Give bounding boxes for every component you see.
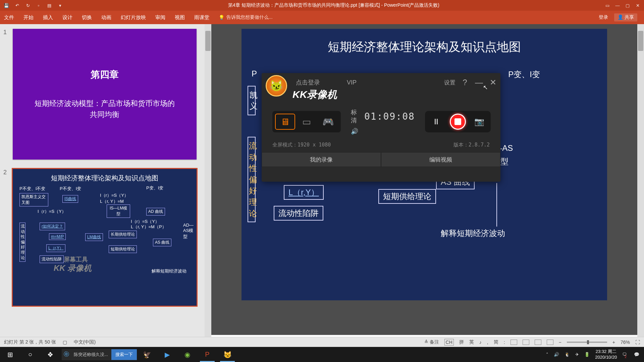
edit-video-tab[interactable]: 编辑视频: [381, 152, 500, 167]
ribbon: 文件 开始 插入 设计 切换 动画 幻灯片放映 审阅 视图 雨课堂 💡 告诉我您…: [0, 11, 644, 24]
tab-animations[interactable]: 动画: [101, 14, 111, 21]
screenshot-button[interactable]: 📷: [473, 115, 486, 128]
zoom-in-icon[interactable]: +: [612, 340, 615, 345]
zoom-slider[interactable]: [567, 342, 607, 343]
save-icon[interactable]: 💾: [3, 2, 9, 8]
tab-slideshow[interactable]: 幻灯片放映: [121, 14, 146, 21]
game-mode-icon[interactable]: 🎮: [318, 114, 338, 130]
tab-rain[interactable]: 雨课堂: [194, 14, 209, 21]
fit-window-icon[interactable]: ⛶: [635, 340, 640, 345]
airplane-icon[interactable]: ✈: [575, 352, 579, 357]
view-slideshow-icon[interactable]: [547, 340, 553, 345]
qat-icon-1[interactable]: ▫: [36, 2, 42, 8]
view-normal-icon[interactable]: [511, 340, 517, 345]
slide-counter: 幻灯片 第 2 张，共 50 张: [4, 339, 56, 345]
close-window-icon[interactable]: ✕: [635, 2, 641, 8]
zoom-out-icon[interactable]: −: [559, 340, 561, 345]
content-area: 1 第四章 短期经济波动模型：产品市场和货币市场的共同均衡 2 短期经济整体理论…: [0, 24, 644, 347]
view-sorter-icon[interactable]: [523, 340, 529, 345]
redo-icon[interactable]: ↻: [25, 2, 31, 8]
slide-editor: 短期经济整体理论架构及知识点地图 P P变、I变 凯义 流动性偏好理论 AD 曲…: [211, 24, 637, 347]
slide-thumbnail-1[interactable]: 第四章 短期经济波动模型：产品市场和货币市场的共同均衡: [13, 29, 197, 160]
audio-icon[interactable]: 🔊: [351, 128, 358, 135]
maximize-icon[interactable]: ▢: [625, 2, 631, 8]
slide-scrollbar[interactable]: [637, 24, 644, 347]
tab-view[interactable]: 视图: [175, 14, 185, 21]
battery-icon[interactable]: 🔋: [584, 352, 590, 357]
action-center-icon[interactable]: 💬: [634, 352, 639, 357]
tab-home[interactable]: 开始: [23, 14, 34, 21]
mouse-cursor-icon: ↖: [483, 84, 488, 91]
minimize-icon[interactable]: —: [474, 78, 484, 87]
app-icon-1[interactable]: 🦅: [137, 347, 157, 362]
start-button[interactable]: ⊞: [0, 347, 20, 362]
tab-insert[interactable]: 插入: [43, 14, 53, 21]
thumbnail-panel[interactable]: 1 第四章 短期经济波动模型：产品市场和货币市场的共同均衡 2 短期经济整体理论…: [0, 24, 205, 347]
cortana-icon[interactable]: ○: [20, 347, 40, 362]
fullscreen-mode-icon[interactable]: 🖥: [275, 114, 295, 130]
notes-toggle[interactable]: ≜ 备注: [424, 339, 439, 345]
system-clock[interactable]: 23:32 周二 2020/10/20: [595, 349, 617, 360]
screen-recorder-window[interactable]: 点击登录 VIP 设置 ? — ✕ KK录像机 🖥 ▭ 🎮 标清 01:09:0…: [262, 73, 500, 182]
spell-check-icon[interactable]: ▢: [63, 340, 67, 345]
recorder-vip[interactable]: VIP: [347, 79, 357, 86]
thumb-number: 1: [3, 29, 9, 160]
recording-time: 01:09:08: [364, 111, 415, 122]
pause-button[interactable]: ⏸: [430, 115, 443, 128]
qat-dropdown-icon[interactable]: ▾: [57, 2, 63, 8]
thumb-number: 2: [3, 169, 9, 306]
version-info: 版本：2.8.7.2: [453, 142, 490, 148]
region-mode-icon[interactable]: ▭: [297, 114, 317, 130]
stop-button[interactable]: [450, 114, 466, 130]
recorder-taskbar-icon[interactable]: 😼: [217, 347, 237, 362]
tell-me[interactable]: 💡 告诉我您想要做什么...: [219, 14, 273, 20]
zoom-level[interactable]: 76%: [621, 340, 630, 345]
minimize-icon[interactable]: —: [614, 2, 621, 8]
powershell-icon[interactable]: ▶: [157, 347, 177, 362]
undo-icon[interactable]: ↶: [14, 2, 20, 8]
record-mode-selector: 🖥 ▭ 🎮: [272, 111, 341, 132]
task-view-icon[interactable]: ❖: [40, 347, 60, 362]
language-indicator[interactable]: 中文(中国): [74, 339, 96, 345]
close-icon[interactable]: ✕: [488, 78, 498, 87]
volume-icon[interactable]: 🔊: [554, 352, 559, 357]
quality-label[interactable]: 标清: [351, 108, 357, 124]
recorder-logo-icon: [266, 75, 287, 97]
qq-icon[interactable]: 🐧: [565, 352, 570, 357]
notification-icon[interactable]: 🗨2: [622, 352, 629, 357]
powerpoint-icon[interactable]: P: [197, 347, 217, 362]
thumbnail-scrollbar[interactable]: [205, 24, 211, 347]
taskbar: ⊞ ○ ❖ ⓔ 搜索一下 🦅 ▶ ◉ P 😼 ˄ 🔊 🐧 ✈ 🔋 23:32 周…: [0, 347, 644, 362]
slide-thumbnail-2[interactable]: 短期经济整体理论架构及知识点地图 P不变、I不变 P不变、I变 P变、I变 凯恩…: [13, 169, 197, 306]
recorder-brand: KK录像机: [292, 88, 500, 102]
title-bar: 💾 ↶ ↻ ▫ ▤ ▾ 第4章 短期经济波动：产品市场和货币市场的共同均衡理论.…: [0, 0, 644, 11]
ime-status[interactable]: CH: [444, 339, 454, 346]
search-button[interactable]: 搜索一下: [111, 349, 137, 360]
browser-icon[interactable]: ◉: [177, 347, 197, 362]
mode-resolution: 全屏模式：644 x 362: [272, 142, 331, 148]
my-recordings-tab[interactable]: 我的录像: [262, 152, 381, 167]
status-bar: 幻灯片 第 2 张，共 50 张 ▢ 中文(中国) ≜ 备注 CH 拼 英 ♪ …: [0, 337, 644, 347]
tab-design[interactable]: 设计: [62, 14, 72, 21]
tray-chevron-icon[interactable]: ˄: [546, 352, 548, 357]
recorder-settings[interactable]: 设置: [444, 79, 455, 86]
taskbar-search[interactable]: ⓔ 搜索一下: [62, 349, 137, 360]
share-button[interactable]: 👤 共享: [614, 13, 637, 21]
window-title: 第4章 短期经济波动：产品市场和货币市场的共同均衡理论.ppt [兼容模式] -…: [63, 2, 604, 8]
search-input[interactable]: [71, 352, 111, 357]
tab-file[interactable]: 文件: [4, 14, 14, 21]
view-reading-icon[interactable]: [535, 340, 541, 345]
tab-review[interactable]: 审阅: [155, 14, 165, 21]
recorder-login[interactable]: 点击登录: [296, 78, 320, 86]
login-button[interactable]: 登录: [599, 14, 608, 20]
tab-transitions[interactable]: 切换: [82, 14, 92, 21]
qat-icon-2[interactable]: ▤: [46, 2, 52, 8]
help-icon[interactable]: ?: [460, 78, 470, 87]
ribbon-options-icon[interactable]: ▭: [604, 2, 610, 8]
